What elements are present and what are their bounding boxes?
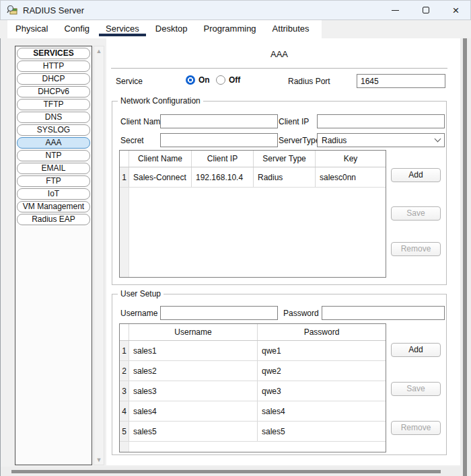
minimize-icon	[392, 10, 399, 11]
services-list-scrollbar[interactable]: ▲ ▼	[94, 46, 104, 465]
clients-table[interactable]: Client Name Client IP Server Type Key 1 …	[119, 150, 386, 278]
cell-password[interactable]: qwe2	[258, 361, 386, 381]
user-remove-button[interactable]: Remove	[391, 421, 441, 435]
user-setup-title: User Setup	[118, 289, 164, 299]
radio-on-icon[interactable]	[186, 75, 195, 85]
cell-server-type[interactable]: Radius	[254, 167, 316, 187]
table-row[interactable]: 5 sales5 sales5	[120, 422, 386, 442]
table-row[interactable]: 3 sales3 qwe3	[120, 381, 386, 401]
network-configuration-title: Network Configuration	[118, 96, 203, 106]
service-off-label: Off	[229, 75, 240, 85]
sidebar-item-radius-eap[interactable]: Radius EAP	[17, 214, 90, 225]
table-row[interactable]: 1 sales1 qwe1	[120, 341, 386, 361]
password-input[interactable]	[322, 306, 445, 320]
cell-key[interactable]: salesc0nn	[316, 167, 386, 187]
cell-username[interactable]: sales3	[129, 381, 258, 401]
sidebar-item-http[interactable]: HTTP	[17, 61, 90, 72]
network-remove-button[interactable]: Remove	[391, 242, 441, 256]
row-index: 3	[120, 381, 129, 401]
tab-bar: Physical Config Services Desktop Program…	[0, 20, 471, 38]
cell-username[interactable]: sales4	[129, 401, 258, 421]
clients-table-header: Client Name Client IP Server Type Key	[120, 151, 386, 167]
window-title: RADIUS Server	[23, 5, 84, 15]
tab-programming[interactable]: Programming	[196, 20, 264, 38]
cell-username[interactable]: sales5	[129, 422, 258, 441]
secret-label: Secret	[120, 136, 144, 145]
radio-off-icon[interactable]	[216, 75, 225, 85]
horizontal-scrollbar-thumb[interactable]	[11, 470, 441, 473]
server-type-select[interactable]: Radius	[317, 133, 445, 147]
service-off-radio[interactable]: Off	[216, 75, 240, 85]
minimize-button[interactable]	[380, 0, 410, 20]
cell-username[interactable]: sales1	[129, 341, 258, 360]
sidebar-item-dns[interactable]: DNS	[17, 112, 90, 123]
users-table[interactable]: Username Password 1 sales1 qwe1 2 sales2…	[119, 323, 386, 452]
sidebar-item-iot[interactable]: IoT	[17, 188, 90, 200]
client-name-input[interactable]	[160, 114, 278, 128]
network-save-button[interactable]: Save	[391, 206, 441, 221]
user-add-button[interactable]: Add	[391, 343, 441, 357]
username-label: Username	[120, 309, 157, 318]
cell-client-name[interactable]: Sales-Connect	[129, 167, 192, 187]
cell-password[interactable]: sales5	[258, 422, 386, 441]
scroll-up-icon[interactable]: ▲	[94, 48, 104, 54]
radius-port-input[interactable]	[357, 74, 445, 88]
cell-password[interactable]: qwe3	[258, 381, 386, 401]
sidebar-item-vm-management[interactable]: VM Management	[17, 201, 90, 212]
table-row[interactable]: 1 Sales-Connect 192.168.10.4 Radius sale…	[120, 167, 386, 188]
tab-config[interactable]: Config	[56, 20, 98, 38]
sidebar-item-tftp[interactable]: TFTP	[17, 99, 90, 110]
service-on-radio[interactable]: On	[186, 75, 210, 85]
sidebar-item-ntp[interactable]: NTP	[17, 150, 90, 161]
user-save-button[interactable]: Save	[391, 382, 441, 396]
network-add-button[interactable]: Add	[391, 168, 441, 182]
title-divider	[111, 68, 447, 69]
services-list-header: SERVICES	[17, 48, 90, 59]
vertical-scrollbar[interactable]	[460, 38, 471, 476]
close-button[interactable]: ×	[441, 0, 471, 20]
title-bar: RADIUS Server ×	[0, 0, 471, 20]
cell-password[interactable]: qwe1	[258, 341, 386, 360]
tab-attributes[interactable]: Attributes	[264, 20, 318, 38]
tab-physical[interactable]: Physical	[7, 20, 56, 38]
service-on-label: On	[198, 75, 210, 85]
username-input[interactable]	[160, 306, 278, 320]
vertical-scrollbar-thumb[interactable]	[463, 38, 467, 476]
sidebar-item-ftp[interactable]: FTP	[17, 175, 90, 187]
services-list: SERVICES HTTP DHCP DHCPv6 TFTP DNS SYSLO…	[15, 46, 92, 465]
table-row[interactable]: 4 sales4 sales4	[120, 401, 386, 422]
network-configuration-group: Network Configuration Client Name Client…	[112, 101, 447, 285]
app-icon	[7, 5, 17, 15]
header-index	[120, 324, 129, 340]
header-key: Key	[316, 151, 386, 167]
cell-password[interactable]: sales4	[258, 401, 386, 421]
header-client-name: Client Name	[129, 151, 192, 167]
row-index: 4	[120, 401, 129, 421]
tab-desktop[interactable]: Desktop	[147, 20, 196, 38]
table-row[interactable]: 2 sales2 qwe2	[120, 361, 386, 381]
aaa-panel: AAA Service On Off Radius Port Network C…	[106, 38, 460, 465]
sidebar-item-aaa[interactable]: AAA	[17, 137, 90, 149]
secret-input[interactable]	[160, 133, 278, 147]
client-ip-input[interactable]	[317, 114, 445, 128]
row-index: 5	[120, 422, 129, 441]
sidebar-item-syslog[interactable]: SYSLOG	[17, 124, 90, 136]
horizontal-scrollbar[interactable]	[1, 467, 460, 476]
page-title: AAA	[111, 49, 447, 59]
user-setup-group: User Setup Username Password Username Pa…	[112, 294, 447, 455]
tab-services[interactable]: Services	[98, 20, 147, 38]
header-server-type: Server Type	[254, 151, 316, 167]
cell-client-ip[interactable]: 192.168.10.4	[192, 167, 254, 187]
service-label: Service	[116, 77, 143, 86]
maximize-icon	[423, 7, 429, 13]
cell-username[interactable]: sales2	[129, 361, 258, 381]
scroll-down-icon[interactable]: ▼	[94, 457, 104, 463]
sidebar-item-email[interactable]: EMAIL	[17, 163, 90, 174]
row-index: 1	[120, 167, 129, 187]
sidebar-item-dhcp[interactable]: DHCP	[17, 73, 90, 85]
window-controls: ×	[380, 0, 471, 20]
maximize-button[interactable]	[410, 0, 441, 20]
row-index: 2	[120, 361, 129, 381]
chevron-down-icon	[435, 136, 441, 143]
sidebar-item-dhcpv6[interactable]: DHCPv6	[17, 86, 90, 97]
